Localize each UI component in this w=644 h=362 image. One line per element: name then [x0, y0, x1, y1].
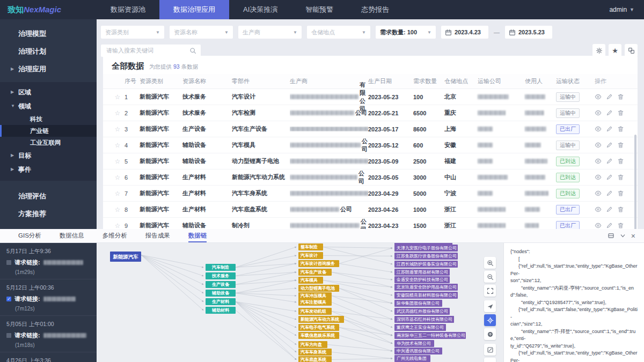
bottom-tab[interactable]: 数据链: [188, 229, 207, 242]
edit-icon[interactable]: [606, 190, 613, 197]
delete-icon[interactable]: [617, 109, 624, 116]
graph-node-part[interactable]: 汽车注塑模具: [298, 299, 332, 306]
row-star-icon[interactable]: ☆: [111, 93, 125, 101]
topnav-item[interactable]: AI决策推演: [229, 0, 291, 19]
delete-icon[interactable]: [617, 222, 624, 229]
sidebar-item[interactable]: 治理计划: [0, 42, 97, 60]
delete-icon[interactable]: [617, 142, 624, 149]
filter-select[interactable]: 资源类别▼: [101, 26, 164, 39]
bottom-tab[interactable]: 数据信息: [60, 229, 84, 242]
timeline-checkbox[interactable]: [6, 333, 11, 338]
sidebar-item[interactable]: 方案推荐: [0, 205, 97, 223]
timeline-checkbox[interactable]: ✓: [6, 297, 11, 301]
view-icon[interactable]: [595, 222, 602, 229]
sidebar-item[interactable]: ▶治理应用: [0, 60, 97, 78]
graph-node-firm[interactable]: 天津九安医疗电子股份有限公司: [394, 245, 458, 252]
graph-node-firm[interactable]: 武汉高德红外股份有限公司: [394, 308, 450, 315]
graph-node-category[interactable]: 汽车制造: [206, 264, 236, 271]
graph-node-firm[interactable]: 南京际华三五二一特种装备有限公司: [394, 332, 466, 339]
edit-icon[interactable]: [606, 174, 613, 181]
graph-node-category[interactable]: 生产设备: [206, 281, 236, 288]
sidebar-tree-item[interactable]: ▶目标: [0, 149, 97, 162]
delete-icon[interactable]: [617, 206, 624, 213]
graph-node-part[interactable]: 汽车发动机组: [298, 308, 332, 315]
graph-node-firm[interactable]: 金盾安全防护科技有限公司: [394, 276, 450, 283]
bottom-tab[interactable]: 报告成果: [145, 229, 170, 242]
settings-button[interactable]: [592, 44, 605, 57]
graph-node-part[interactable]: 汽车电子电气系统: [298, 324, 339, 331]
graph-node-firm[interactable]: 江苏朗盾警用器材有限公司: [394, 269, 450, 276]
view-icon[interactable]: [595, 109, 602, 116]
row-star-icon[interactable]: ☆: [111, 142, 125, 149]
close-panel-icon[interactable]: ×: [631, 232, 635, 240]
graph-node-category[interactable]: 辅助设备: [206, 290, 236, 297]
topnav-item[interactable]: 智能预警: [291, 0, 347, 19]
delete-icon[interactable]: [617, 174, 624, 181]
view-icon[interactable]: [595, 206, 602, 213]
graph-node-firm[interactable]: 江苏鱼跃医疗设备股份有限公司: [394, 253, 458, 260]
user-menu[interactable]: admin ▼: [609, 6, 644, 13]
sidebar-tree-item[interactable]: ▼领域: [0, 99, 97, 113]
delete-icon[interactable]: [617, 93, 624, 100]
filter-select[interactable]: 仓储地点▼: [307, 26, 370, 39]
graph-node-part[interactable]: 汽车底盘系统: [298, 356, 332, 362]
row-star-icon[interactable]: ☆: [111, 109, 125, 117]
view-icon[interactable]: [595, 190, 602, 197]
layout-button[interactable]: [625, 44, 638, 57]
row-star-icon[interactable]: ☆: [111, 222, 125, 230]
sidebar-tree-child[interactable]: 科技: [0, 113, 97, 125]
locate-button[interactable]: [484, 314, 496, 326]
view-icon[interactable]: [595, 158, 602, 165]
edit-icon[interactable]: [606, 125, 613, 132]
sidebar-tree-item[interactable]: ▶事件: [0, 162, 97, 176]
view-icon[interactable]: [595, 125, 602, 132]
delete-icon[interactable]: [617, 190, 624, 197]
zoom-out-button[interactable]: [484, 271, 496, 283]
topnav-item[interactable]: 态势报告: [347, 0, 403, 19]
graph-node-part[interactable]: 汽车方向盘: [298, 341, 327, 348]
brain-button[interactable]: [484, 328, 496, 340]
row-star-icon[interactable]: ☆: [111, 190, 125, 197]
fit-screen-button[interactable]: [484, 285, 496, 297]
graph-node-firm[interactable]: 江西长城防护装备实业有限公司: [394, 261, 458, 268]
graph-node-part[interactable]: 动力型锂离子电池: [298, 285, 339, 292]
graph-node-part[interactable]: 车载信息娱乐系统: [298, 332, 339, 339]
edit-icon[interactable]: [606, 93, 613, 100]
sidebar-tree-child[interactable]: 工业互联网: [0, 137, 97, 149]
sidebar-item[interactable]: 治理评估: [0, 187, 97, 205]
panel-layout-icon[interactable]: [608, 232, 614, 239]
collapse-panel-icon[interactable]: [619, 232, 626, 239]
date-end-input[interactable]: 2023.5.23: [505, 26, 552, 39]
graph-node-firm[interactable]: 深圳市基石红外科技有限公司: [394, 316, 454, 323]
bottom-tab[interactable]: 多维分析: [103, 229, 127, 242]
edit-icon[interactable]: [606, 222, 613, 229]
graph-node-part[interactable]: 新能源汽车动力系统: [298, 316, 344, 323]
edit-icon[interactable]: [606, 206, 613, 213]
graph-node-firm[interactable]: 广州无线电集团: [394, 355, 430, 362]
table-scrollbar[interactable]: [634, 135, 636, 229]
row-star-icon[interactable]: ☆: [111, 206, 125, 213]
graph-node-firm[interactable]: 北京玖盾安全防护用品有限公司: [394, 284, 458, 291]
view-icon[interactable]: [595, 142, 602, 149]
graph-node-category[interactable]: 辅助材料: [206, 307, 236, 314]
graph-node-firm[interactable]: 华为技术有限公司: [394, 340, 434, 347]
sidebar-item[interactable]: 治理模型: [0, 25, 97, 42]
graph-node-root[interactable]: 新能源汽车: [110, 252, 141, 262]
view-icon[interactable]: [595, 174, 602, 181]
sidebar-tree-child-selected[interactable]: 产业链: [0, 125, 97, 137]
graph-node-part[interactable]: 整车制造: [298, 243, 323, 250]
date-start-input[interactable]: 2023.4.23: [441, 26, 488, 39]
edit-icon[interactable]: [606, 109, 613, 116]
graph-node-firm[interactable]: 安徽院植熹新材料股份有限公司: [394, 292, 458, 299]
graph-node-firm[interactable]: 重庆鹰之王实业有限公司: [394, 324, 446, 331]
timeline-checkbox[interactable]: [6, 260, 11, 265]
bottom-tab[interactable]: GIS分析: [18, 229, 41, 242]
sidebar-tree-item[interactable]: ▶区域: [0, 85, 97, 99]
topnav-item[interactable]: 数据资源池: [97, 0, 159, 19]
graph-node-part[interactable]: 汽车生产设备: [298, 269, 332, 276]
filter-select[interactable]: 资源名称▼: [170, 26, 233, 39]
edit-box-button[interactable]: [484, 344, 496, 356]
graph-node-part[interactable]: 汽车模具: [298, 277, 323, 284]
search-input[interactable]: [105, 47, 182, 54]
video-button[interactable]: [484, 358, 496, 362]
